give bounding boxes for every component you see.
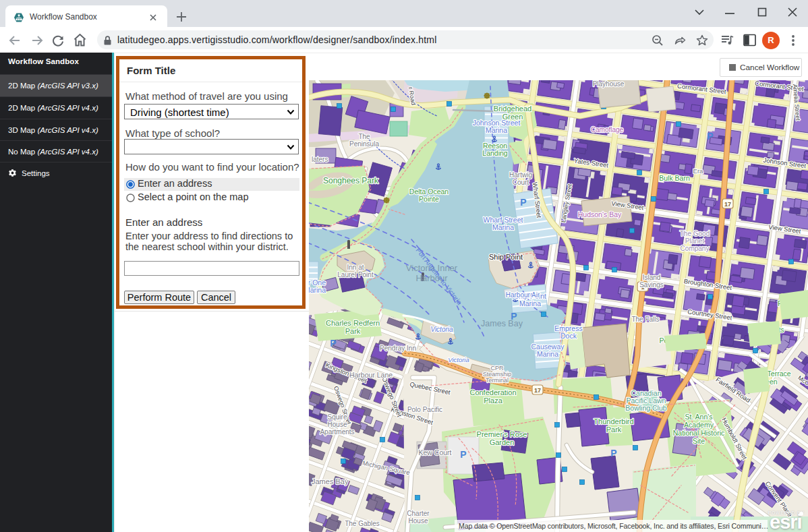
svg-text:Bulk Barn: Bulk Barn <box>659 174 690 182</box>
svg-text:Island: Island <box>643 274 661 281</box>
svg-text:The Good: The Good <box>680 230 710 237</box>
svg-text:Marina: Marina <box>537 350 558 358</box>
svg-text:Thunderbird: Thunderbird <box>594 417 633 425</box>
svg-text:Charles Redfern: Charles Redfern <box>326 319 380 327</box>
svg-text:Site: Site <box>693 437 705 445</box>
svg-text:The Gables: The Gables <box>345 520 380 527</box>
svg-text:Park: Park <box>606 425 622 434</box>
svg-text:laters: laters <box>312 156 328 163</box>
svg-text:Laurel Point: Laurel Point <box>337 271 374 278</box>
svg-text:Victoria: Victoria <box>448 356 469 363</box>
svg-text:Dock: Dock <box>560 332 577 340</box>
svg-text:P: P <box>460 449 466 460</box>
svg-text:Victoria: Victoria <box>430 326 453 333</box>
svg-text:Garden: Garden <box>490 438 515 446</box>
svg-text:Hartwig: Hartwig <box>509 171 532 179</box>
svg-text:National Historic: National Historic <box>673 429 724 437</box>
svg-text:Savings: Savings <box>639 281 664 289</box>
svg-text:Academy: Academy <box>684 421 714 429</box>
svg-text:Inn at: Inn at <box>347 264 364 271</box>
svg-text:Marina: Marina <box>309 286 326 294</box>
svg-text:Marina: Marina <box>519 299 541 307</box>
svg-text:The Falls: The Falls <box>631 316 659 323</box>
svg-text:17: 17 <box>534 387 541 394</box>
svg-text:James Bay: James Bay <box>312 477 349 485</box>
svg-text:Bridgehead: Bridgehead <box>494 105 531 113</box>
svg-text:Premier's Rose: Premier's Rose <box>477 430 527 438</box>
svg-text:Charter: Charter <box>407 510 430 517</box>
svg-text:Landing: Landing <box>482 149 508 157</box>
svg-text:Harbour Air: Harbour Air <box>506 291 540 299</box>
svg-text:St. Ann's: St. Ann's <box>685 413 712 421</box>
svg-text:Pendray Inn: Pendray Inn <box>380 345 416 352</box>
svg-text:Squire: Squire <box>328 413 347 421</box>
svg-text:House: House <box>409 517 428 525</box>
svg-text:Marina: Marina <box>492 223 514 231</box>
svg-text:P: P <box>610 448 616 459</box>
svg-text:House: House <box>328 421 347 428</box>
svg-text:P: P <box>520 197 526 208</box>
svg-text:Company: Company <box>681 245 710 252</box>
svg-text:Playhouse: Playhouse <box>593 80 625 88</box>
svg-text:Kew Court: Kew Court <box>418 448 451 456</box>
svg-text:Hudson's Bay: Hudson's Bay <box>578 210 622 218</box>
svg-text:esri: esri <box>770 511 802 532</box>
svg-text:Songhees Park: Songhees Park <box>323 176 379 185</box>
svg-text:17: 17 <box>724 201 731 208</box>
svg-text:Pointe: Pointe <box>419 195 439 203</box>
svg-text:Map data © OpenStreetMap contr: Map data © OpenStreetMap contributors, M… <box>459 522 768 530</box>
svg-text:Apartments: Apartments <box>320 428 354 436</box>
svg-text:Harbour Lane: Harbour Lane <box>349 371 393 379</box>
svg-text:Planet: Planet <box>685 237 705 245</box>
svg-text:Polo Pacific: Polo Pacific <box>407 406 442 413</box>
svg-text:Era: Era <box>693 167 704 175</box>
svg-text:Camoflage: Camoflage <box>591 126 624 134</box>
svg-text:Ship Point: Ship Point <box>489 253 523 261</box>
svg-text:Marina: Marina <box>486 126 507 134</box>
svg-text:Terminal: Terminal <box>486 377 509 384</box>
svg-text:Plaza: Plaza <box>484 396 502 405</box>
svg-text:P: P <box>330 338 336 349</box>
svg-text:James Bay: James Bay <box>481 319 523 328</box>
svg-text:Court: Court <box>513 179 529 186</box>
svg-text:Confederation: Confederation <box>469 388 516 396</box>
svg-text:The: The <box>358 133 370 140</box>
svg-text:P: P <box>707 131 713 142</box>
svg-text:Bowling Club: Bowling Club <box>625 404 666 412</box>
svg-text:Park: Park <box>345 327 361 335</box>
svg-text:Peninsula: Peninsula <box>349 140 379 148</box>
